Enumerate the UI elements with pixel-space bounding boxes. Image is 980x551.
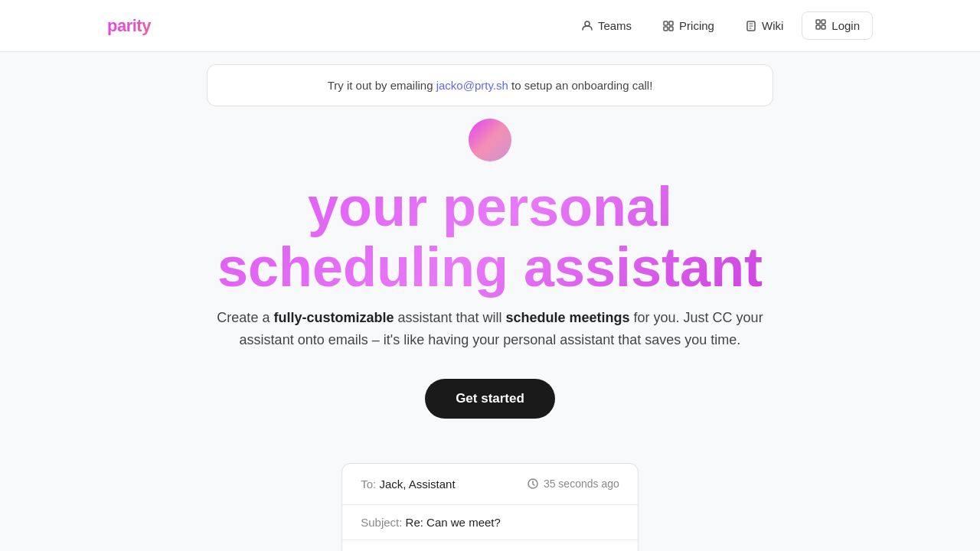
nav-item-wiki[interactable]: Wiki <box>733 13 795 38</box>
login-label: Login <box>831 19 860 32</box>
hero-bold1: fully-customizable <box>273 310 394 325</box>
email-header: To: Jack, Assistant 35 seconds ago <box>342 464 638 505</box>
banner-text-before: Try it out by emailing <box>328 79 436 92</box>
svg-rect-1 <box>664 21 668 25</box>
clock-icon <box>527 478 539 490</box>
hero-desc-mid: assistant that will <box>394 310 505 325</box>
hero-title-line1: your personal <box>308 176 672 237</box>
nav-wiki-label: Wiki <box>762 19 783 32</box>
grid-icon <box>815 18 827 33</box>
hero-bold2: schedule meetings <box>506 310 630 325</box>
banner-text-after: to setup an onboarding call! <box>508 79 652 92</box>
svg-rect-9 <box>822 25 825 29</box>
svg-rect-4 <box>669 27 673 31</box>
nav-teams-label: Teams <box>598 19 632 32</box>
navbar: parity Teams Pricing <box>0 0 980 52</box>
cta-get-started-button[interactable]: Get started <box>425 379 555 419</box>
hero-title: your personal scheduling assistant <box>31 177 949 298</box>
nav-item-pricing[interactable]: Pricing <box>650 13 727 38</box>
email-time-value: 35 seconds ago <box>544 478 619 490</box>
hero-desc-before: Create a <box>217 310 273 325</box>
email-body: Hey Jack, would love to meet. I've CC'd … <box>342 540 638 551</box>
nav-links: Teams Pricing Wiki <box>569 11 873 40</box>
email-to-label: To: <box>361 478 376 491</box>
hero-section: your personal scheduling assistant Creat… <box>0 161 980 463</box>
email-timestamp: 35 seconds ago <box>527 478 619 490</box>
svg-rect-7 <box>822 20 825 24</box>
hero-title-line2: scheduling assistant <box>217 236 763 298</box>
banner-email[interactable]: jacko@prty.sh <box>436 79 508 92</box>
svg-rect-8 <box>816 25 820 29</box>
email-to-value: Jack, Assistant <box>379 478 455 491</box>
hero-description: Create a fully-customizable assistant th… <box>214 307 766 351</box>
person-icon <box>581 20 593 32</box>
svg-point-0 <box>585 21 590 26</box>
hero-avatar-icon <box>469 119 511 161</box>
nav-pricing-label: Pricing <box>679 19 714 32</box>
email-subject-label: Subject: <box>361 516 402 529</box>
book-icon <box>745 20 757 32</box>
logo[interactable]: parity <box>107 16 151 36</box>
email-subject-value: Re: Can we meet? <box>406 516 501 529</box>
tag-icon <box>662 20 675 32</box>
email-to-field: To: Jack, Assistant <box>361 478 455 491</box>
svg-rect-6 <box>816 20 820 24</box>
nav-item-teams[interactable]: Teams <box>569 13 644 38</box>
svg-rect-3 <box>664 27 668 31</box>
svg-rect-2 <box>669 21 673 25</box>
email-subject-field: Subject: Re: Can we meet? <box>342 505 638 540</box>
banner: Try it out by emailing jacko@prty.sh to … <box>207 64 773 106</box>
email-demo-card: To: Jack, Assistant 35 seconds ago Subje… <box>341 463 639 551</box>
login-button[interactable]: Login <box>802 11 873 40</box>
